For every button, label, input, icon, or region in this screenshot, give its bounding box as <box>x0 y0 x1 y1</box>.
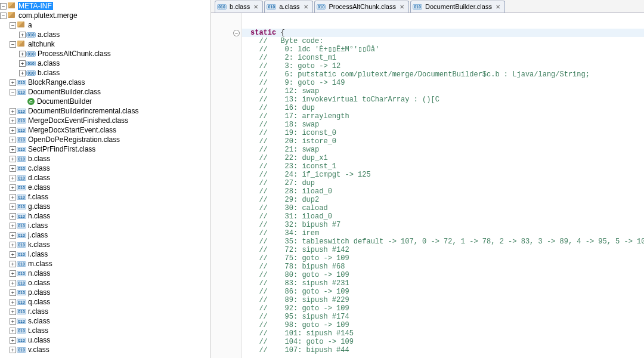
expand-toggle-icon[interactable]: + <box>10 318 16 325</box>
tree-item-class[interactable]: +MergeDocxStartEvent.class <box>0 125 210 135</box>
tree-item-package[interactable]: −com.plutext.merge <box>0 11 210 20</box>
close-icon[interactable]: ✕ <box>303 4 309 10</box>
tree-item-label: g.class <box>27 202 50 211</box>
tree-item-class[interactable]: +p.class <box>0 288 210 297</box>
expand-toggle-icon[interactable]: + <box>10 79 16 86</box>
expand-toggle-icon[interactable]: + <box>10 242 16 248</box>
expand-toggle-icon[interactable]: + <box>10 156 16 162</box>
tree-item-class[interactable]: +c.class <box>0 163 210 173</box>
tree-item-class[interactable]: +j.class <box>0 230 210 240</box>
tree-item-documentbuilder[interactable]: −DocumentBuilder.class <box>0 87 210 97</box>
tree-item-label: a.class <box>37 59 60 67</box>
tree-item-inner-class[interactable]: DocumentBuilder <box>0 97 210 106</box>
tree-item-class[interactable]: +SectPrFindFirst.class <box>0 144 210 154</box>
tree-item-class[interactable]: +s.class <box>0 316 210 326</box>
tree-item-class[interactable]: +l.class <box>0 249 210 259</box>
expand-toggle-icon[interactable]: + <box>10 280 16 286</box>
expand-toggle-icon[interactable]: + <box>10 175 16 181</box>
tree-item-class[interactable]: +a.class <box>0 30 210 39</box>
tree-item-class[interactable]: +BlockRange.class <box>0 78 210 87</box>
expand-toggle-icon[interactable]: + <box>10 232 16 239</box>
classfile-icon <box>17 317 26 325</box>
expand-toggle-icon[interactable]: + <box>10 289 16 296</box>
tree-item-class[interactable]: +b.class <box>0 68 210 78</box>
tree-item-altchunk[interactable]: −altchunk <box>0 39 210 49</box>
collapse-toggle-icon[interactable]: − <box>0 13 7 19</box>
expand-toggle-icon[interactable]: + <box>10 118 16 124</box>
expand-toggle-icon[interactable]: + <box>19 32 26 38</box>
expand-toggle-icon[interactable]: + <box>10 299 16 305</box>
tree-item-class[interactable]: +d.class <box>0 173 210 183</box>
tree-item-class[interactable]: +o.class <box>0 278 210 288</box>
expand-toggle-icon[interactable]: + <box>19 51 26 57</box>
code-viewer[interactable]: − static { // Byte code: // 0: ldc 'È+▯▯… <box>211 13 644 358</box>
tree-item-label: SectPrFindFirst.class <box>27 145 95 153</box>
editor-tab[interactable]: ProcessAltChunk.class✕ <box>314 1 410 13</box>
close-icon[interactable]: ✕ <box>495 4 501 10</box>
expand-toggle-icon[interactable]: + <box>10 251 16 258</box>
expand-toggle-icon[interactable]: + <box>10 270 16 277</box>
editor-tab[interactable]: a.class✕ <box>264 1 312 13</box>
tree-item-class[interactable]: +t.class <box>0 326 210 335</box>
tree-item-class[interactable]: +n.class <box>0 268 210 278</box>
classfile-icon <box>17 241 26 248</box>
editor-tab[interactable]: DocumentBuilder.class✕ <box>410 1 505 13</box>
expand-toggle-icon[interactable]: + <box>10 261 16 267</box>
classfile-icon <box>17 251 26 258</box>
tree-item-class[interactable]: +h.class <box>0 211 210 221</box>
expand-toggle-icon[interactable]: + <box>10 328 16 334</box>
tree-item-class[interactable]: +f.class <box>0 192 210 202</box>
tree-item-folder-a[interactable]: −a <box>0 20 210 30</box>
tree-item-label: com.plutext.merge <box>18 11 78 20</box>
expand-toggle-icon[interactable]: + <box>10 165 16 172</box>
expand-toggle-icon[interactable]: + <box>10 337 16 344</box>
collapse-toggle-icon[interactable]: − <box>10 41 16 48</box>
collapse-toggle-icon[interactable]: − <box>10 89 16 95</box>
expand-toggle-icon[interactable]: + <box>19 70 26 76</box>
classfile-icon <box>27 60 35 67</box>
expand-toggle-icon[interactable]: + <box>10 203 16 210</box>
project-explorer[interactable]: −META-INF−com.plutext.merge−a+a.class−al… <box>0 0 211 358</box>
classfile-icon <box>27 31 35 38</box>
expand-toggle-icon[interactable]: + <box>10 213 16 220</box>
expand-toggle-icon[interactable]: + <box>10 108 16 115</box>
tree-item-class[interactable]: +e.class <box>0 183 210 192</box>
tree-item-class[interactable]: +q.class <box>0 297 210 307</box>
collapse-toggle-icon[interactable]: − <box>0 3 7 10</box>
collapse-toggle-icon[interactable]: − <box>10 22 16 29</box>
tree-item-class[interactable]: +ProcessAltChunk.class <box>0 49 210 58</box>
close-icon[interactable]: ✕ <box>253 4 259 10</box>
expand-toggle-icon[interactable]: + <box>19 60 26 67</box>
classfile-icon <box>17 260 26 267</box>
tree-item-class[interactable]: +b.class <box>0 154 210 163</box>
expand-toggle-icon[interactable]: + <box>10 347 16 353</box>
tree-item-meta-inf[interactable]: −META-INF <box>0 1 210 11</box>
tree-item-class[interactable]: +OpenDoPeRegistration.class <box>0 135 210 144</box>
tree-item-label: b.class <box>37 69 60 77</box>
expand-toggle-icon[interactable]: + <box>10 146 16 153</box>
close-icon[interactable]: ✕ <box>399 4 405 10</box>
tree-item-label: f.class <box>27 193 48 201</box>
tree-item-class[interactable]: +v.class <box>0 345 210 354</box>
tree-item-class[interactable]: +a.class <box>0 58 210 68</box>
tree-item-class[interactable]: +m.class <box>0 259 210 268</box>
expand-toggle-icon[interactable]: + <box>10 127 16 134</box>
tree-item-class[interactable]: +g.class <box>0 202 210 211</box>
tree-item-label: d.class <box>27 174 50 182</box>
expand-toggle-icon[interactable]: + <box>10 308 16 315</box>
tree-item-class[interactable]: +r.class <box>0 307 210 316</box>
tree-item-class[interactable]: +DocumentBuilderIncremental.class <box>0 106 210 116</box>
code-content: static { // Byte code: // 0: ldc 'È+▯▯Ê±… <box>242 13 644 358</box>
classfile-icon <box>218 3 226 10</box>
expand-toggle-icon[interactable]: + <box>10 137 16 143</box>
tree-item-class[interactable]: +MergeDocxEventFinished.class <box>0 116 210 125</box>
expand-toggle-icon[interactable]: + <box>10 223 16 229</box>
tree-item-class[interactable]: +i.class <box>0 221 210 230</box>
fold-toggle-icon[interactable]: − <box>233 30 240 36</box>
editor-tab[interactable]: b.class✕ <box>215 1 263 13</box>
tree-item-class[interactable]: +k.class <box>0 240 210 249</box>
expand-toggle-icon[interactable]: + <box>10 194 16 200</box>
tree-item-label: m.class <box>27 260 52 268</box>
tree-item-class[interactable]: +u.class <box>0 335 210 345</box>
expand-toggle-icon[interactable]: + <box>10 184 16 191</box>
